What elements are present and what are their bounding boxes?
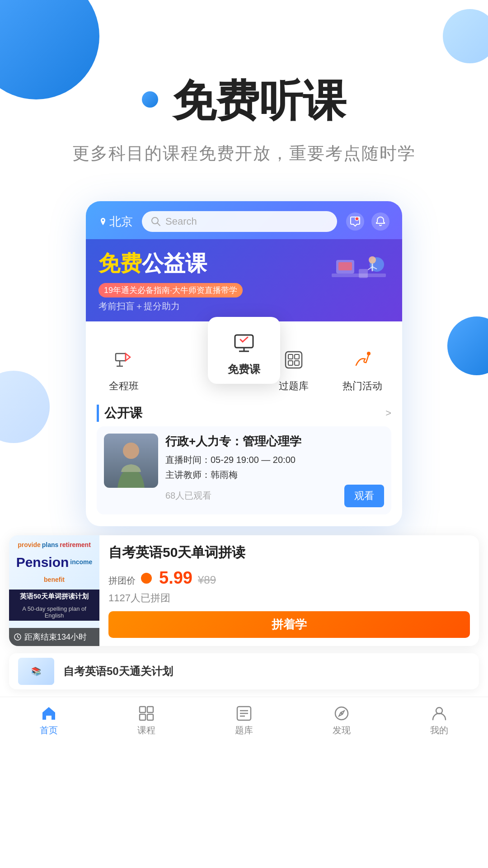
price-label: 拼团价 (108, 575, 136, 587)
course-teacher: 主讲教师：韩雨梅 (165, 469, 384, 481)
search-icon (151, 217, 161, 226)
course-views: 68人已观看 (165, 490, 211, 502)
course-title: 行政+人力专：管理心理学 (165, 434, 384, 449)
tab-mine[interactable]: 我的 (412, 705, 466, 736)
product-thumb: provide plans retirement Pension income … (9, 535, 99, 646)
bell-icon[interactable] (371, 212, 389, 231)
nav-item-quanchengban[interactable]: 全程班 (106, 344, 142, 393)
search-bar[interactable]: Search (142, 211, 337, 232)
product-timer-text: 距离结束134小时 (24, 632, 87, 642)
courses-icon (138, 705, 155, 722)
course-card: 行政+人力专：管理心理学 直播时间：05-29 19:00 — 20:00 主讲… (97, 426, 391, 514)
svg-point-24 (367, 352, 371, 355)
nav-icon-tikuku (278, 344, 310, 376)
svg-line-28 (18, 637, 19, 638)
hero-dot (142, 91, 158, 108)
course-bottom: 68人已观看 观看 (165, 485, 384, 507)
svg-rect-20 (288, 354, 293, 359)
svg-point-25 (123, 443, 139, 459)
bg-circle-right-mid (447, 316, 488, 375)
banner-main-text: 公益课 (142, 251, 207, 275)
price-row: 拼团价 5.99 ¥89 (108, 568, 470, 588)
product-card: provide plans retirement Pension income … (9, 535, 479, 646)
location-text: 北京 (109, 214, 133, 230)
product-title: 自考英语50天单词拼读 (108, 543, 470, 562)
nav-label-hotactivity: 热门活动 (343, 379, 382, 393)
discover-icon (333, 705, 350, 722)
nav-label-tikuku: 过题库 (279, 379, 309, 393)
nav-label-quanchengban: 全程班 (109, 379, 139, 393)
tab-home[interactable]: 首页 (22, 705, 76, 736)
hero-section: 免费听课 更多科目的课程免费开放，重要考点随时学 (0, 0, 488, 183)
hero-title: 免费听课 (173, 72, 346, 131)
word-plans: plans (42, 541, 59, 549)
word-retirement: retirement (60, 541, 90, 549)
tab-questions[interactable]: 题库 (217, 705, 271, 736)
nav-item-hotactivity[interactable]: 热门活动 (343, 344, 382, 393)
tab-questions-label: 题库 (235, 724, 253, 736)
product-info: 自考英语50天单词拼读 拼团价 5.99 ¥89 1127人已拼团 拼着学 (99, 535, 479, 646)
mine-icon (431, 705, 447, 722)
banner-illustration (323, 246, 395, 301)
tab-courses-label: 课程 (137, 724, 155, 736)
price-old: ¥89 (198, 574, 216, 586)
app-header: 北京 Search (86, 201, 402, 321)
tab-discover[interactable]: 发现 (314, 705, 369, 736)
product-timer-overlay: 距离结束134小时 (9, 628, 99, 646)
tab-home-label: 首页 (40, 724, 58, 736)
bg-circle-left-mid (0, 371, 50, 443)
svg-rect-7 (359, 269, 368, 278)
svg-point-2 (355, 217, 359, 221)
popup-label: 免费课 (228, 362, 260, 377)
tab-courses[interactable]: 课程 (119, 705, 174, 736)
product-title-overlay: 英语50天单词拼读计划 (9, 590, 99, 604)
chat-icon[interactable] (346, 212, 364, 231)
questions-icon (236, 705, 252, 722)
svg-rect-22 (288, 361, 293, 365)
bottom-preview-text: 自考英语50天通关计划 (63, 664, 173, 679)
svg-rect-5 (338, 262, 352, 270)
tab-discover-label: 发现 (333, 724, 351, 736)
phone-mockup: 北京 Search (86, 201, 402, 526)
popup-icon (228, 326, 260, 358)
home-icon (41, 705, 57, 722)
svg-point-8 (369, 256, 376, 264)
svg-rect-21 (295, 354, 299, 359)
app-topbar: 北京 Search (86, 201, 402, 239)
svg-rect-29 (140, 707, 145, 712)
svg-rect-31 (140, 714, 145, 720)
search-bar-placeholder: Search (165, 216, 197, 227)
word-benefit: benefit (44, 576, 65, 584)
svg-marker-16 (126, 354, 130, 361)
course-thumb (104, 434, 158, 488)
popup-card: 免费课 (208, 317, 280, 384)
product-thumb-inner: provide plans retirement Pension income … (9, 535, 99, 646)
svg-point-38 (341, 712, 343, 714)
location-pin-icon (99, 217, 108, 226)
word-income: income (70, 558, 92, 566)
course-broadcast-time: 直播时间：05-29 19:00 — 20:00 (165, 454, 384, 466)
app-banner: 免费公益课 19年通关必备指南·大牛师资直播带学 考前扫盲＋提分助力 (86, 239, 402, 321)
nav-icon-hotactivity (347, 344, 378, 376)
word-cloud: provide plans retirement Pension income … (9, 535, 99, 590)
group-buy-button[interactable]: 拼着学 (108, 611, 470, 638)
header-icons (346, 212, 389, 231)
nav-item-tikuku[interactable]: 过题库 (276, 344, 312, 393)
svg-rect-19 (286, 352, 302, 368)
watch-button[interactable]: 观看 (344, 485, 384, 507)
svg-rect-15 (116, 354, 126, 361)
section-header: 公开课 > (86, 397, 402, 426)
word-provide: provide (18, 541, 41, 549)
hero-subtitle: 更多科目的课程免费开放，重要考点随时学 (27, 142, 461, 165)
svg-line-1 (157, 223, 160, 226)
banner-badge: 19年通关必备指南·大牛师资直播带学 (99, 283, 243, 297)
section-more[interactable]: > (385, 407, 391, 419)
word-pension: Pension (16, 554, 69, 571)
price-coin-icon (141, 573, 152, 584)
banner-free-text: 免费 (99, 251, 142, 275)
bottom-preview-thumb: 📚 (18, 658, 54, 685)
course-info: 行政+人力专：管理心理学 直播时间：05-29 19:00 — 20:00 主讲… (165, 434, 384, 507)
product-subtitle-overlay: A 50-day spelling plan of English (9, 604, 99, 621)
bottom-preview-card[interactable]: 📚 自考英语50天通关计划 (9, 653, 479, 689)
nav-icons-row: 免费课 全程班 (86, 321, 402, 397)
